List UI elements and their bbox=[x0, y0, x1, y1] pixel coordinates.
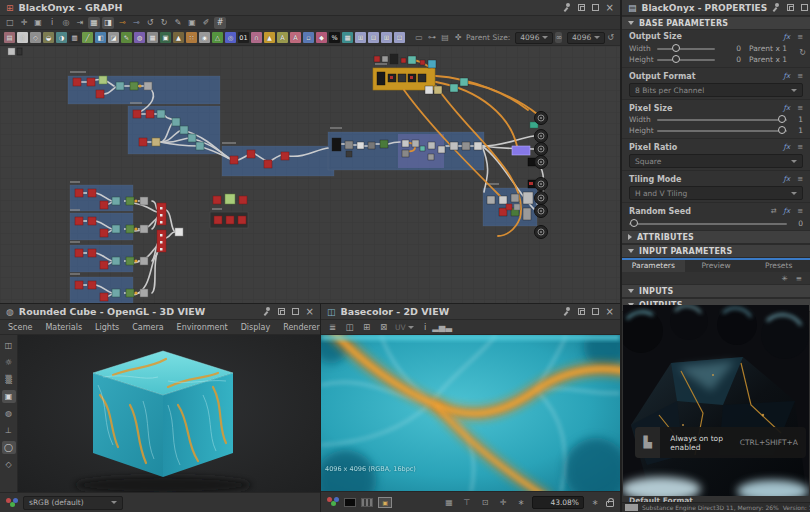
tile-node-icon[interactable]: ▦ bbox=[342, 32, 353, 43]
fx-icon[interactable]: ƒx bbox=[784, 143, 791, 151]
fx-icon[interactable]: ƒx bbox=[784, 104, 791, 112]
view2d-titlebar[interactable]: ◫ Basecolor - 2D VIEW × bbox=[321, 304, 620, 320]
zoom-in-icon[interactable]: ∗ bbox=[589, 497, 601, 508]
width-parent-mult[interactable]: Parent x 1 bbox=[749, 44, 787, 53]
list-icon[interactable]: ≡ bbox=[796, 274, 802, 283]
graph-titlebar[interactable]: ⊞ BlackOnyx - GRAPH × bbox=[0, 0, 620, 16]
sphere-node-icon[interactable]: ◉ bbox=[199, 32, 210, 43]
view3d-titlebar[interactable]: ◍ Rounded Cube - OpenGL - 3D VIEW × bbox=[0, 304, 320, 320]
gear-icon[interactable]: ✳ bbox=[781, 274, 787, 283]
pin-node-icon[interactable]: ✜ bbox=[452, 32, 464, 43]
transform-b-icon[interactable]: ⊟ bbox=[368, 32, 379, 43]
uv-dropdown[interactable]: UV bbox=[395, 323, 414, 332]
card-icon[interactable]: ▤ bbox=[439, 32, 451, 43]
menu-environment[interactable]: Environment bbox=[177, 323, 228, 332]
pin-icon[interactable] bbox=[563, 307, 571, 316]
output-format-dropdown[interactable]: 8 Bits per Channel bbox=[629, 83, 803, 97]
view2d-viewport[interactable]: 4096 x 4096 (RGBA, 16bpc) bbox=[321, 335, 620, 491]
axes-icon[interactable]: ⊥ bbox=[2, 424, 16, 437]
search-icon[interactable]: ◎ bbox=[60, 17, 72, 29]
fx-icon[interactable]: ƒx bbox=[784, 175, 791, 183]
gradient-icon[interactable]: ◑ bbox=[56, 32, 67, 43]
checker-swatch[interactable] bbox=[361, 498, 373, 507]
percent-icon[interactable]: % bbox=[329, 32, 340, 43]
float-window-icon[interactable] bbox=[578, 308, 585, 315]
menu-display[interactable]: Display bbox=[241, 323, 271, 332]
float-window-icon[interactable] bbox=[787, 4, 794, 11]
shaded-sphere-icon[interactable]: ◯ bbox=[2, 441, 16, 454]
menu-renderer[interactable]: Renderer bbox=[283, 323, 320, 332]
light-icon[interactable]: ☼ bbox=[2, 356, 16, 369]
link-sizes-icon[interactable]: ∞ bbox=[555, 32, 562, 43]
warning-icon[interactable]: ▲ bbox=[264, 32, 275, 43]
close-icon[interactable]: × bbox=[606, 3, 614, 12]
selection-icon[interactable]: ▫ bbox=[303, 32, 314, 43]
pixel-width-slider[interactable] bbox=[657, 119, 787, 121]
save-icon[interactable]: ◫ bbox=[343, 321, 356, 333]
collapse-icon[interactable]: ⇥ bbox=[74, 17, 86, 29]
width-value[interactable]: 0 bbox=[715, 44, 741, 53]
pixel-width-value[interactable]: 1 bbox=[787, 115, 803, 124]
blend-icon[interactable]: ◍ bbox=[134, 32, 145, 43]
channels-icon[interactable] bbox=[327, 497, 339, 507]
material-ball-icon[interactable]: ◍ bbox=[2, 407, 16, 420]
lock-icon[interactable] bbox=[606, 501, 614, 507]
pen-icon[interactable]: ✎ bbox=[172, 17, 184, 29]
bridge-icon[interactable]: ∩ bbox=[251, 32, 262, 43]
param-menu-icon[interactable]: ≡ bbox=[797, 104, 803, 112]
maximize-icon[interactable] bbox=[292, 308, 299, 315]
pixel-ratio-dropdown[interactable]: Square bbox=[629, 154, 803, 168]
pin-icon[interactable] bbox=[563, 3, 571, 12]
export-icon[interactable]: ⊠ bbox=[377, 321, 390, 333]
image-display-button[interactable]: ▣ bbox=[378, 497, 392, 508]
tiling-mode-dropdown[interactable]: H and V Tiling bbox=[629, 186, 803, 200]
channels-icon[interactable]: ▦ bbox=[147, 32, 158, 43]
section-inputs[interactable]: INPUTS bbox=[622, 284, 810, 298]
transform-a-icon[interactable]: ⊞ bbox=[355, 32, 366, 43]
status-corner-button[interactable] bbox=[625, 504, 638, 511]
pin-icon[interactable] bbox=[772, 3, 780, 12]
param-menu-icon[interactable]: ≡ bbox=[797, 175, 803, 183]
rotate-cw-icon[interactable]: ↻ bbox=[158, 17, 170, 29]
environment-icon[interactable]: ▒ bbox=[2, 373, 16, 386]
float-window-icon[interactable] bbox=[278, 308, 285, 315]
tab-presets[interactable]: Presets bbox=[747, 260, 810, 272]
colorspace-icon[interactable] bbox=[6, 498, 18, 508]
dot-link-icon[interactable]: ⊶ bbox=[426, 32, 438, 43]
gradient-dark-icon[interactable]: ◒ bbox=[43, 32, 54, 43]
node-graph-canvas[interactable] bbox=[0, 46, 620, 303]
levels-icon[interactable]: ◪ bbox=[108, 32, 119, 43]
graph-view-icon[interactable]: ▦ bbox=[88, 17, 100, 29]
height-slider[interactable] bbox=[657, 59, 715, 61]
hsl-icon[interactable]: ◧ bbox=[95, 32, 106, 43]
maximize-icon[interactable] bbox=[592, 4, 599, 11]
text-a-icon[interactable]: A bbox=[277, 32, 288, 43]
reset-size-icon[interactable]: ↺ bbox=[607, 32, 614, 43]
text-node-icon[interactable]: ▯ bbox=[17, 32, 28, 43]
menu-scene[interactable]: Scene bbox=[8, 323, 32, 332]
param-menu-icon[interactable]: ≡ bbox=[797, 33, 803, 41]
background-swatch[interactable] bbox=[344, 498, 356, 507]
geometry-icon[interactable]: ▣ bbox=[2, 390, 16, 403]
section-base-parameters[interactable]: BASE PARAMETERS bbox=[622, 16, 810, 30]
param-menu-icon[interactable]: ≡ bbox=[797, 72, 803, 80]
menu-lights[interactable]: Lights bbox=[95, 323, 119, 332]
grid-icon[interactable]: ▦ bbox=[443, 497, 455, 508]
move-icon[interactable]: ✛ bbox=[18, 17, 30, 29]
pixel-height-slider[interactable] bbox=[657, 130, 787, 132]
parent-width-dropdown[interactable]: 4096 bbox=[515, 32, 553, 44]
frame-select-icon[interactable]: □ bbox=[4, 17, 16, 29]
comment-icon[interactable]: ▭ bbox=[413, 32, 425, 43]
tab-parameters[interactable]: Parameters bbox=[622, 260, 685, 272]
pencil-icon[interactable]: ✎ bbox=[121, 32, 132, 43]
fit-icon[interactable]: ⊤ bbox=[461, 497, 473, 508]
fx-icon[interactable]: ƒx bbox=[784, 33, 791, 41]
maximize-icon[interactable] bbox=[801, 4, 808, 11]
menu-camera[interactable]: Camera bbox=[132, 323, 163, 332]
parent-height-dropdown[interactable]: 4096 bbox=[567, 32, 605, 44]
param-menu-icon[interactable]: ≡ bbox=[797, 207, 803, 215]
height-parent-mult[interactable]: Parent x 1 bbox=[749, 55, 787, 64]
camera-view-icon[interactable]: ◫ bbox=[2, 339, 16, 352]
camera-icon[interactable]: ▣ bbox=[32, 17, 44, 29]
normal-node-icon[interactable]: △ bbox=[212, 32, 223, 43]
